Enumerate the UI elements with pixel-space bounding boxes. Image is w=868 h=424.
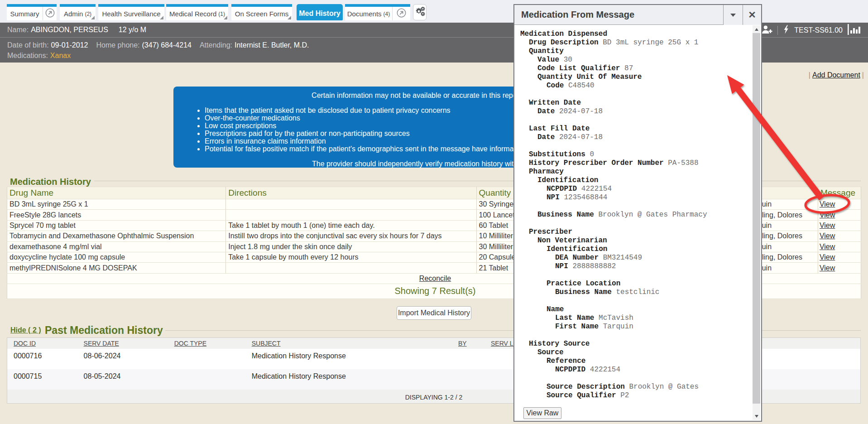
field-label: Non Veterinarian — [537, 236, 607, 245]
view-message-link[interactable]: View — [820, 211, 835, 219]
cell-by — [452, 349, 484, 369]
view-message-link[interactable]: View — [820, 243, 835, 251]
column-header-subject[interactable]: SUBJECT — [245, 338, 452, 349]
cell-message: View — [818, 210, 861, 220]
settings-button[interactable] — [413, 4, 427, 20]
phone-value: (347) 684-4214 — [142, 41, 192, 49]
cell-message: View — [818, 220, 861, 231]
view-message-link[interactable]: View — [820, 222, 835, 229]
import-medical-history-button[interactable]: Import Medical History — [397, 306, 471, 320]
hide-toggle-link[interactable]: Hide ( 2 ) — [10, 326, 41, 334]
tab-count: (4) — [384, 10, 390, 17]
scrollbar-thumb[interactable] — [753, 33, 760, 404]
field-value: testclinic — [616, 288, 659, 296]
medications-value[interactable]: Xanax — [50, 52, 71, 59]
field-label: Date — [537, 133, 555, 141]
message-line: Code C48540 — [520, 82, 753, 90]
reconcile-link[interactable]: Reconcile — [419, 275, 451, 282]
field-label: Source — [537, 348, 564, 357]
field-label: Identification — [537, 176, 598, 184]
tab-on-screen-forms[interactable]: On Screen Forms — [231, 4, 292, 20]
cell-drug-name: doxycycline hyclate 100 mg capsule — [7, 252, 226, 262]
cell-drug-name: Sprycel 70 mg tablet — [7, 220, 226, 231]
tab-health-surveillance[interactable]: Health Surveillance — [98, 4, 164, 20]
field-label: Value — [537, 56, 559, 64]
tab-summary[interactable]: Summary — [7, 4, 57, 20]
tab-label: Admin — [64, 10, 83, 18]
field-value: C48540 — [568, 82, 595, 90]
message-line: Code List Qualifier 87 — [520, 64, 753, 73]
message-line: Medication Dispensed — [520, 30, 753, 39]
cell-drug-name: methylPREDNISolone 4 MG DOSEPAK — [7, 263, 226, 273]
column-header-doc-id[interactable]: DOC ID — [7, 338, 77, 349]
column-header-by[interactable]: BY — [452, 338, 484, 349]
dialog-title-bar[interactable]: Medication From Message ✕ — [514, 5, 761, 25]
tab-documents[interactable]: Documents(4) — [345, 4, 410, 20]
field-label: Substitutions — [529, 150, 585, 159]
column-header-serv-date[interactable]: SERV DATE — [77, 338, 168, 349]
tab-admin[interactable]: Admin(2) — [60, 4, 96, 20]
cell-subject: Medication History Response — [245, 349, 452, 369]
column-header-doc-type[interactable]: DOC TYPE — [168, 338, 245, 349]
tab-open-link[interactable] — [43, 7, 57, 20]
message-line: Name — [520, 305, 753, 314]
patient-age-sex: 12 y/o M — [119, 26, 146, 34]
tab-open-link[interactable] — [392, 7, 410, 20]
field-value: McTavish — [599, 314, 633, 322]
field-label: First Name — [555, 323, 599, 331]
field-label: Code List Qualifier — [537, 64, 620, 72]
tab-medical-record[interactable]: Medical Record(1) — [166, 4, 228, 20]
cell-drug-name: Tobramycin and Dexamethasone Ophthalmic … — [7, 231, 226, 241]
cell-message: View — [818, 231, 861, 241]
field-value: 2024-07-18 — [559, 133, 603, 141]
tab-med-history[interactable]: Med History — [297, 4, 343, 20]
message-line: Date 2024-07-18 — [520, 107, 753, 116]
tab-label: Med History — [299, 10, 340, 18]
add-document-link[interactable]: Add Document — [812, 71, 860, 79]
message-line: NCPDPID 4222154 — [520, 366, 753, 374]
dialog-close-button[interactable]: ✕ — [743, 5, 761, 25]
field-label: Practice Location — [547, 279, 620, 288]
column-header-drug-name: Drug Name — [7, 187, 226, 199]
message-line: NCPDPID 4222154 — [520, 185, 753, 193]
message-line: Business Name testclinic — [520, 288, 753, 297]
view-message-link[interactable]: View — [820, 232, 835, 240]
dialog-scrollbar[interactable] — [753, 25, 760, 420]
message-line: History Source — [520, 340, 753, 348]
cell-drug-name: BD 3mL syringe 25G x 1 — [7, 199, 226, 210]
view-message-link[interactable]: View — [820, 253, 835, 261]
view-message-link[interactable]: View — [820, 264, 835, 272]
cell-message: View — [818, 252, 861, 262]
field-value: Tarquin — [603, 323, 633, 331]
message-line: First Name Tarquin — [520, 323, 753, 331]
message-line: Substitutions 0 — [520, 150, 753, 159]
view-raw-button[interactable]: View Raw — [523, 407, 561, 419]
message-line: Quantity Unit Of Measure — [520, 73, 753, 82]
cell-directions: Instill two drops into the conjunctival … — [226, 231, 476, 241]
field-value: 0 — [590, 150, 594, 159]
message-line: Reference — [520, 357, 753, 366]
field-value: 2024-07-18 — [559, 107, 603, 116]
cell-message: View — [818, 199, 861, 210]
field-value: BD 3mL syringe 25G x 1 — [603, 39, 698, 47]
scroll-up-button[interactable] — [753, 25, 760, 33]
system-code: TEST-SS61.00 — [794, 26, 843, 34]
bar-chart-icon[interactable] — [848, 24, 861, 37]
settings-gears-icon — [414, 6, 425, 18]
field-label: NPI — [547, 193, 560, 202]
add-person-icon[interactable] — [761, 25, 772, 36]
field-value: BM3214549 — [603, 254, 642, 262]
field-label: Code — [547, 82, 564, 90]
view-message-link[interactable]: View — [820, 200, 835, 208]
cell-drug-name: FreeStyle 28G lancets — [7, 210, 226, 220]
field-value: 87 — [624, 64, 633, 72]
medications-label: Medications: — [7, 52, 48, 59]
field-value: 4222154 — [581, 185, 612, 193]
message-line: NPI 1235468844 — [520, 193, 753, 202]
message-line: Pharmacy — [520, 168, 753, 176]
lightning-bolt-icon[interactable] — [783, 24, 789, 36]
scroll-down-button[interactable] — [753, 412, 760, 420]
cell-directions: Take 1 capsule by mouth every 12 hours — [226, 252, 476, 262]
field-value: PA-5388 — [668, 159, 698, 167]
dialog-collapse-button[interactable] — [723, 5, 743, 25]
